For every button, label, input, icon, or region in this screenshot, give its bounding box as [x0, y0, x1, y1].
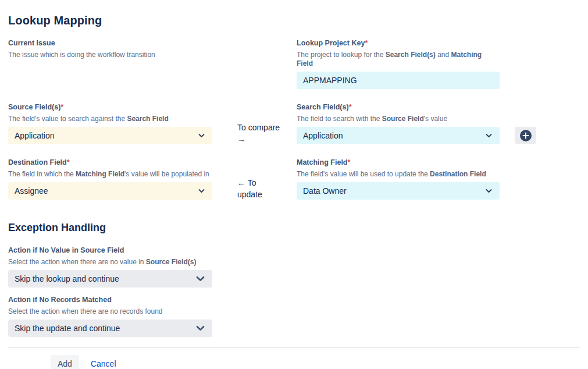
action-no-records-description: Select the action when there are no reco… [8, 307, 212, 316]
destination-field-label: Destination Field* [8, 157, 212, 168]
chevron-down-icon [486, 189, 492, 193]
field-action-no-value: Action if No Value in Source Field Selec… [8, 245, 212, 288]
search-field-select[interactable]: Application [297, 127, 500, 144]
source-field-select[interactable]: Application [8, 127, 212, 144]
action-no-records-value: Skip the update and continue [15, 324, 120, 333]
field-matching-field: Matching Field* The field's value will b… [297, 157, 500, 200]
page-title: Lookup Mapping [8, 13, 580, 28]
matching-field-select[interactable]: Data Owner [297, 182, 500, 200]
field-action-no-records: Action if No Records Matched Select the … [8, 295, 212, 337]
destination-field-select[interactable]: Assignee [8, 182, 212, 200]
matching-field-description: The field's value will be used to update… [297, 170, 500, 179]
spacer [212, 38, 297, 89]
source-field-value: Application [15, 131, 55, 140]
lookup-mapping-form: Lookup Mapping Current Issue The issue w… [0, 0, 588, 369]
search-field-description: The field to search with the Source Fiel… [297, 115, 500, 123]
matching-field-label: Matching Field* [297, 157, 500, 168]
search-field-value: Application [303, 131, 343, 140]
source-field-description: The field's value to search against the … [8, 115, 212, 123]
update-direction-label: ← To update [237, 177, 262, 200]
current-issue-label: Current Issue [8, 38, 212, 48]
lookup-project-key-input[interactable] [297, 72, 500, 89]
spacer [500, 38, 550, 89]
form-actions: Add Cancel [8, 347, 580, 369]
current-issue-description: The issue which is doing the workflow tr… [8, 51, 212, 59]
required-asterisk: * [349, 103, 352, 111]
field-current-issue: Current Issue The issue which is doing t… [8, 38, 212, 89]
arrow-left-icon: ← To [237, 177, 262, 189]
required-asterisk: * [67, 158, 70, 166]
compare-connector-cell: To compare → [212, 102, 297, 144]
field-search-field: Search Field(s)* The field to search wit… [297, 102, 500, 144]
action-no-value-value: Skip the lookup and continue [15, 274, 119, 283]
action-no-value-select[interactable]: Skip the lookup and continue [8, 270, 212, 288]
required-asterisk: * [60, 103, 63, 111]
field-source-field: Source Field(s)* The field's value to se… [8, 102, 212, 144]
update-connector-cell: ← To update [212, 157, 297, 200]
search-field-actions [500, 102, 550, 144]
action-no-value-label: Action if No Value in Source Field [8, 245, 212, 256]
field-destination-field: Destination Field* The field in which th… [8, 157, 212, 200]
cancel-link[interactable]: Cancel [91, 359, 116, 368]
chevron-down-icon [198, 189, 205, 193]
chevron-down-icon [196, 325, 205, 331]
mapping-grid: Current Issue The issue which is doing t… [8, 38, 580, 200]
source-field-label: Source Field(s)* [8, 102, 212, 112]
required-asterisk: * [348, 158, 351, 166]
field-lookup-project-key: Lookup Project Key* The project to looku… [297, 38, 500, 89]
search-field-label: Search Field(s)* [297, 102, 500, 112]
exception-handling-title: Exception Handling [8, 221, 580, 235]
action-no-records-select[interactable]: Skip the update and continue [8, 320, 212, 337]
chevron-down-icon [198, 133, 205, 138]
required-asterisk: * [365, 39, 368, 47]
spacer [500, 157, 550, 200]
action-no-value-description: Select the action when there are no valu… [8, 258, 212, 267]
add-button[interactable]: Add [51, 355, 79, 369]
destination-field-description: The field in which the Matching Field's … [8, 170, 212, 179]
compare-direction-label: To compare → [237, 122, 280, 145]
destination-field-value: Assignee [15, 186, 48, 196]
lookup-project-key-description: The project to lookup for the Search Fie… [297, 51, 500, 68]
arrow-right-icon: → [237, 133, 280, 145]
chevron-down-icon [486, 133, 492, 138]
chevron-down-icon [196, 276, 205, 282]
matching-field-value: Data Owner [303, 186, 347, 196]
add-search-field-button[interactable] [515, 127, 536, 144]
plus-icon [519, 129, 532, 142]
action-no-records-label: Action if No Records Matched [8, 295, 212, 305]
lookup-project-key-label: Lookup Project Key* [297, 38, 500, 48]
